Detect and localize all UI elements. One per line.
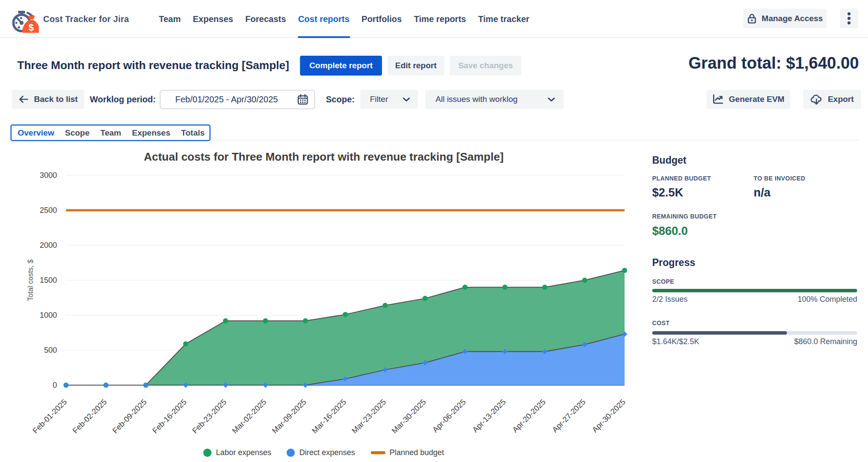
nav-item-time-tracker[interactable]: Time tracker xyxy=(478,0,530,38)
back-to-list-label: Back to list xyxy=(34,95,78,104)
nav-item-forecasts[interactable]: Forecasts xyxy=(245,0,286,38)
svg-text:2000: 2000 xyxy=(40,241,57,250)
svg-text:1500: 1500 xyxy=(40,276,57,285)
cost-progress-right: $860.0 Remaining xyxy=(794,337,857,346)
cost-chart: 050010001500200025003000Feb-01-2025Feb-0… xyxy=(0,142,647,462)
edit-report-button[interactable]: Edit report xyxy=(388,56,444,76)
nav-item-portfolios[interactable]: Portfolios xyxy=(362,0,402,38)
worklog-period-input[interactable]: Feb/01/2025 - Apr/30/2025 xyxy=(160,90,315,109)
cloud-download-icon xyxy=(811,94,822,105)
chart-legend: Labor expensesDirect expensesPlanned bud… xyxy=(0,448,647,457)
svg-text:3000: 3000 xyxy=(40,171,57,180)
tab-scope[interactable]: Scope xyxy=(65,128,90,138)
nav-item-team[interactable]: Team xyxy=(159,0,181,38)
svg-text:Feb-01-2025: Feb-01-2025 xyxy=(31,398,69,435)
scope-label: Scope: xyxy=(326,90,355,109)
app-title: Cost Tracker for Jira xyxy=(43,0,129,38)
scope-progress-left: 2/2 Issues xyxy=(652,295,688,304)
legend-swatch xyxy=(287,449,295,457)
export-button[interactable]: Export xyxy=(803,90,861,109)
svg-text:2500: 2500 xyxy=(40,206,57,215)
to-be-invoiced-value: n/a xyxy=(754,186,857,199)
svg-text:Mar-16-2025: Mar-16-2025 xyxy=(310,398,348,435)
chevron-down-icon xyxy=(548,97,555,102)
arrow-left-icon xyxy=(19,95,28,103)
kebab-menu-button[interactable] xyxy=(840,9,858,28)
nav-item-expenses[interactable]: Expenses xyxy=(193,0,233,38)
chart-canvas: 050010001500200025003000Feb-01-2025Feb-0… xyxy=(0,142,647,462)
tab-expenses[interactable]: Expenses xyxy=(132,128,170,138)
svg-text:Feb-16-2025: Feb-16-2025 xyxy=(151,398,188,435)
y-axis-title: Total costs, $ xyxy=(26,259,34,301)
cost-progress-bar xyxy=(652,331,857,335)
tab-overview[interactable]: Overview xyxy=(18,128,54,138)
legend-item-direct-expenses[interactable]: Direct expenses xyxy=(287,448,355,457)
legend-label: Labor expenses xyxy=(216,448,271,457)
kebab-icon xyxy=(847,12,851,25)
legend-swatch xyxy=(203,449,211,457)
main-nav: TeamExpensesForecastsCost reportsPortfol… xyxy=(159,0,529,38)
svg-text:Feb-02-2025: Feb-02-2025 xyxy=(71,398,108,435)
chart-line-icon xyxy=(713,94,723,104)
planned-budget-value: $2.5K xyxy=(652,186,754,199)
chart-title: Actual costs for Three Month report with… xyxy=(144,150,504,163)
save-changes-button[interactable]: Save changes xyxy=(450,56,521,76)
svg-text:Total costs, $: Total costs, $ xyxy=(26,259,34,301)
planned-budget-label: PLANNED BUDGET xyxy=(652,175,754,182)
scope-progress-fill xyxy=(652,289,857,292)
svg-text:Mar-23-2025: Mar-23-2025 xyxy=(350,398,388,435)
nav-item-time-reports[interactable]: Time reports xyxy=(414,0,466,38)
calendar-icon[interactable] xyxy=(297,94,308,105)
cost-progress-left: $1.64K/$2.5K xyxy=(652,337,699,346)
tab-totals[interactable]: Totals xyxy=(181,128,205,138)
legend-item-labor-expenses[interactable]: Labor expenses xyxy=(203,448,271,457)
svg-text:$: $ xyxy=(28,22,34,33)
budget-heading: Budget xyxy=(652,155,857,166)
svg-text:Apr-13-2025: Apr-13-2025 xyxy=(471,398,508,434)
svg-text:0: 0 xyxy=(53,381,57,389)
app-logo-icon: $ xyxy=(11,5,39,33)
x-tick-labels: Feb-01-2025Feb-02-2025Feb-09-2025Feb-16-… xyxy=(31,398,627,435)
chevron-down-icon xyxy=(403,97,410,102)
svg-text:500: 500 xyxy=(44,346,57,354)
remaining-budget-label: REMAINING BUDGET xyxy=(652,213,857,220)
y-tick-labels: 050010001500200025003000 xyxy=(40,171,57,389)
svg-text:Apr-27-2025: Apr-27-2025 xyxy=(550,398,587,434)
export-label: Export xyxy=(828,95,854,104)
back-to-list-button[interactable]: Back to list xyxy=(12,90,84,109)
scope-issues-select[interactable]: All issues with worklog xyxy=(425,90,564,109)
grand-total: Grand total: $1,640.00 xyxy=(688,54,859,73)
manage-access-button[interactable]: Manage Access xyxy=(743,9,827,28)
svg-text:Apr-20-2025: Apr-20-2025 xyxy=(511,398,547,434)
svg-text:Mar-09-2025: Mar-09-2025 xyxy=(270,398,308,435)
legend-item-planned-budget[interactable]: Planned budget xyxy=(371,448,444,457)
svg-text:Feb-09-2025: Feb-09-2025 xyxy=(111,398,148,435)
legend-swatch xyxy=(371,451,385,454)
lock-icon xyxy=(747,13,757,24)
to-be-invoiced-label: TO BE INVOICED xyxy=(754,175,857,182)
generate-evm-button[interactable]: Generate EVM xyxy=(707,90,790,109)
scope-type-value: Filter xyxy=(370,95,388,104)
cost-progress-fill xyxy=(652,331,787,335)
generate-evm-label: Generate EVM xyxy=(729,95,785,104)
remaining-budget-value: $860.0 xyxy=(652,225,857,238)
worklog-period-label: Worklog period: xyxy=(90,90,156,109)
legend-label: Planned budget xyxy=(390,448,444,457)
budget-panel: Budget PLANNED BUDGET $2.5K TO BE INVOIC… xyxy=(652,155,857,346)
scope-progress-right: 100% Completed xyxy=(798,295,857,304)
svg-text:Actual costs for Three Month r: Actual costs for Three Month report with… xyxy=(144,150,504,163)
scope-type-select[interactable]: Filter xyxy=(360,90,418,109)
svg-text:Apr-30-2025: Apr-30-2025 xyxy=(590,398,627,434)
nav-item-cost-reports[interactable]: Cost reports xyxy=(298,0,350,38)
worklog-period-value: Feb/01/2025 - Apr/30/2025 xyxy=(175,95,278,104)
cost-progress-label: COST xyxy=(652,320,857,326)
svg-text:Apr-06-2025: Apr-06-2025 xyxy=(431,398,467,434)
tab-team[interactable]: Team xyxy=(101,128,121,138)
svg-text:1000: 1000 xyxy=(40,311,57,320)
scope-progress-label: SCOPE xyxy=(652,278,857,285)
complete-report-button[interactable]: Complete report xyxy=(300,56,382,76)
svg-text:Feb-23-2025: Feb-23-2025 xyxy=(191,398,228,435)
legend-label: Direct expenses xyxy=(299,448,355,457)
app-header: $ Cost Tracker for Jira TeamExpensesFore… xyxy=(0,0,868,38)
scope-progress-bar xyxy=(652,289,857,292)
